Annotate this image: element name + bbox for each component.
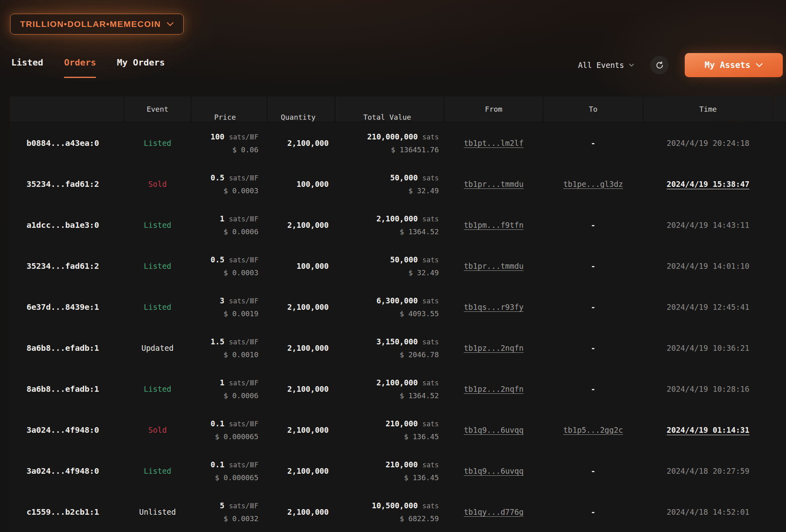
price-usd: $ 0.0032 — [223, 512, 258, 525]
total-usd: $ 136.45 — [404, 471, 439, 484]
price-sats: 3 sats/ⅢF — [220, 295, 258, 307]
table-row: a1dcc...ba1e3:0 Listed 1 sats/ⅢF $ 0.000… — [10, 205, 786, 246]
asset-id: 6e37d...8439e:1 — [27, 301, 99, 313]
col-header-total-value: Total Value — [336, 96, 444, 121]
from-address-link[interactable]: tb1pr...tmmdu — [464, 260, 524, 272]
price-usd: $ 0.0006 — [223, 225, 258, 238]
event-time: 2024/4/19 20:24:18 — [667, 137, 749, 149]
event-time-link[interactable]: 2024/4/19 01:14:31 — [667, 424, 749, 436]
to-address-link[interactable]: tb1pe...gl3dz — [563, 178, 623, 190]
col-header-asset — [10, 96, 123, 121]
quantity-value: 2,100,000 — [287, 219, 329, 231]
tab-listed[interactable]: Listed — [11, 57, 43, 78]
orders-table-body: b0884...a43ea:0 Listed 100 sats/ⅢF $ 0.0… — [10, 123, 786, 532]
from-address-link[interactable]: tb1q9...6uvqq — [464, 465, 524, 477]
total-sats: 210,000 sats — [386, 417, 439, 430]
table-row: 8a6b8...efadb:1 Listed 1 sats/ⅢF $ 0.000… — [10, 368, 786, 409]
col-header-from: From — [445, 96, 542, 121]
col-header-event: Event — [125, 96, 190, 121]
tab-bar: Listed Orders My Orders — [11, 57, 165, 78]
my-assets-button[interactable]: My Assets — [685, 53, 783, 77]
total-usd: $ 6822.59 — [399, 512, 439, 525]
from-address-link[interactable]: tb1pz...2nqfn — [464, 383, 524, 395]
col-header-time: Time — [644, 96, 772, 121]
total-sats: 3,150,000 sats — [377, 336, 439, 348]
total-usd: $ 2046.78 — [399, 348, 439, 361]
from-address-link[interactable]: tb1pr...tmmdu — [464, 178, 524, 190]
event-badge: Listed — [144, 465, 172, 477]
to-address: - — [591, 219, 595, 231]
event-badge: Sold — [148, 178, 167, 190]
table-row: c1559...b2cb1:1 Unlisted 5 sats/ⅢF $ 0.0… — [10, 491, 786, 532]
quantity-value: 100,000 — [297, 178, 329, 190]
table-row: b0884...a43ea:0 Listed 100 sats/ⅢF $ 0.0… — [10, 123, 786, 164]
price-usd: $ 0.0019 — [223, 307, 258, 320]
price-usd: $ 0.0003 — [223, 266, 258, 279]
total-usd: $ 32.49 — [408, 184, 439, 197]
total-sats: 50,000 sats — [390, 172, 439, 184]
asset-id: c1559...b2cb1:1 — [27, 506, 99, 518]
to-address: - — [591, 137, 595, 149]
event-badge: Listed — [144, 137, 172, 149]
event-badge: Listed — [144, 383, 172, 395]
table-row: 8a6b8...efadb:1 Updated 1.5 sats/ⅢF $ 0.… — [10, 327, 786, 368]
event-badge: Listed — [144, 219, 172, 231]
event-badge: Updated — [141, 342, 174, 354]
events-filter-dropdown[interactable]: All Events — [578, 61, 634, 70]
total-usd: $ 32.49 — [408, 266, 439, 279]
total-usd: $ 1364.52 — [399, 389, 439, 402]
price-usd: $ 0.06 — [232, 143, 258, 156]
my-assets-label: My Assets — [705, 60, 751, 70]
col-header-price: Price — [192, 96, 266, 121]
orders-table-header: Event Price Quantity Total Value From To… — [10, 96, 786, 121]
from-address-link[interactable]: tb1qs...r93fy — [464, 301, 524, 313]
event-time: 2024/4/19 10:36:21 — [667, 342, 749, 354]
refresh-icon — [655, 61, 664, 70]
to-address: - — [591, 260, 595, 272]
asset-id: 8a6b8...efadb:1 — [27, 342, 99, 354]
refresh-button[interactable] — [650, 56, 669, 74]
collection-selector[interactable]: TRILLION•DOLLAR•MEMECOIN — [10, 14, 184, 35]
chevron-down-icon — [756, 63, 763, 68]
price-usd: $ 0.0006 — [223, 389, 258, 402]
event-time-link[interactable]: 2024/4/19 15:38:47 — [667, 178, 749, 190]
quantity-value: 2,100,000 — [287, 424, 329, 436]
quantity-value: 2,100,000 — [287, 383, 329, 395]
price-sats: 0.5 sats/ⅢF — [211, 254, 258, 266]
from-address-link[interactable]: tb1q9...6uvqq — [464, 424, 524, 436]
from-address-link[interactable]: tb1qy...d776g — [464, 506, 524, 518]
price-sats: 5 sats/ⅢF — [220, 499, 258, 512]
asset-id: 3a024...4f948:0 — [27, 424, 99, 436]
event-time: 2024/4/19 10:28:16 — [667, 383, 749, 395]
price-sats: 100 sats/ⅢF — [211, 131, 258, 143]
table-row: 6e37d...8439e:1 Listed 3 sats/ⅢF $ 0.001… — [10, 286, 786, 327]
quantity-value: 100,000 — [297, 260, 329, 272]
from-address-link[interactable]: tb1pt...lm2lf — [464, 137, 524, 149]
asset-id: 35234...fad61:2 — [27, 178, 99, 190]
orders-table: Event Price Quantity Total Value From To… — [10, 96, 786, 532]
event-time: 2024/4/18 14:52:01 — [667, 506, 749, 518]
price-usd: $ 0.000065 — [215, 471, 258, 484]
to-address: - — [591, 506, 595, 518]
tab-my-orders[interactable]: My Orders — [117, 57, 165, 78]
total-sats: 210,000 sats — [386, 458, 439, 471]
total-usd: $ 1364.52 — [399, 225, 439, 238]
total-sats: 6,300,000 sats — [377, 295, 439, 307]
price-sats: 1 sats/ⅢF — [220, 376, 258, 389]
toolbar-right: All Events My Assets — [578, 53, 783, 77]
event-time: 2024/4/18 20:27:59 — [667, 465, 749, 477]
to-address-link[interactable]: tb1p5...2gg2c — [563, 424, 623, 436]
price-sats: 0.1 sats/ⅢF — [211, 417, 258, 430]
quantity-value: 2,100,000 — [287, 342, 329, 354]
from-address-link[interactable]: tb1pm...f9tfn — [464, 219, 524, 231]
event-badge: Sold — [148, 424, 167, 436]
col-header-to: To — [544, 96, 643, 121]
event-badge: Listed — [144, 301, 172, 313]
tab-orders[interactable]: Orders — [64, 57, 96, 78]
asset-id: 3a024...4f948:0 — [27, 465, 99, 477]
quantity-value: 2,100,000 — [287, 301, 329, 313]
price-usd: $ 0.0010 — [223, 348, 258, 361]
table-row: 3a024...4f948:0 Sold 0.1 sats/ⅢF $ 0.000… — [10, 409, 786, 450]
total-sats: 2,100,000 sats — [377, 376, 439, 389]
from-address-link[interactable]: tb1pz...2nqfn — [464, 342, 524, 354]
